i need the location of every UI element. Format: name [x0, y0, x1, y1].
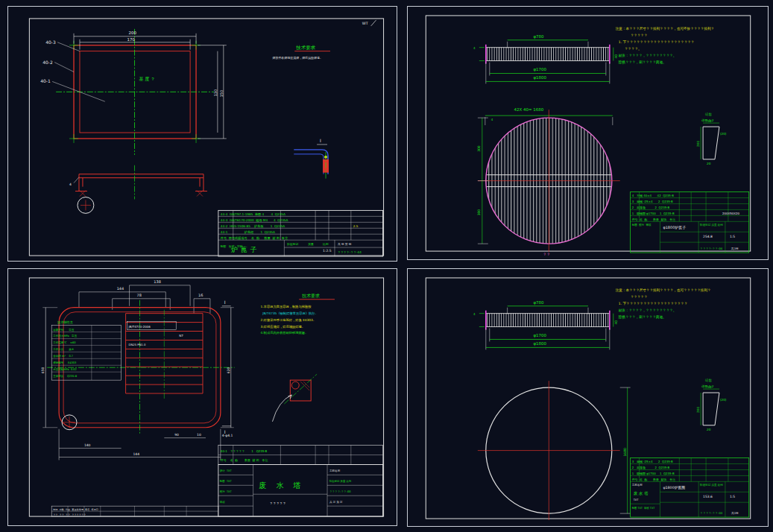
tl-corner-mark: WT — [362, 21, 369, 25]
bl-dim-144b: 144 — [133, 452, 140, 456]
br-part-name: φ1800炉蓖圈 — [663, 485, 685, 490]
tr-dim-1800: φ1800 — [533, 75, 546, 80]
br-project-label: 工程名称 — [632, 483, 643, 487]
br-side-view: φ780 4 40 φ1700 φ1800 — [473, 300, 618, 350]
tl-section-view: 4 — [69, 165, 207, 214]
br-sub: TXT — [633, 498, 640, 501]
br-note-line: 1. 下？？？？？？？？？？？？？？？？？？ — [619, 302, 688, 305]
br-note-line: 材质：？？？？，？？？？？？？？。 — [618, 308, 677, 313]
br-dim-780: φ780 — [533, 300, 544, 305]
br-detail-d20: 20 — [707, 428, 711, 431]
tl-dim-170: 170 — [127, 37, 136, 42]
bl-title-block: 设计 TXT 制图 TXT 校对 TXT 审核 废 水 塔 ？？？？？ 工程名称… — [218, 464, 383, 516]
br-plan-view: 1680 — [478, 381, 631, 520]
br-stage-label: 阶段标记 质量 比例 — [700, 483, 723, 487]
bl-drawing-title: 废 水 塔 — [259, 481, 305, 490]
tl-tech-requirements: 技术要求 焊接件各焊缝应满焊，焊后清除焊渣。 — [272, 45, 330, 60]
tl-bom-highlight: 2.5 — [353, 224, 359, 228]
tr-detail-d20: 20 — [707, 162, 711, 165]
tr-title-block: 4 方钢 40×4 42 Q235-B 3 扁钢 -25×4 2 Q235-B … — [631, 192, 749, 253]
br-sheet: 共1张 — [731, 511, 739, 515]
bl-hole-detail — [62, 415, 77, 430]
tl-bom-row: 44-2 HG5-1506-85 炉蓖板 1 Q235A — [221, 224, 285, 228]
bl-tech-item: 3.焊缝应满焊，焊后清除焊渣。 — [261, 325, 306, 329]
bl-tech-row: 工作温度℃ ≤60 — [53, 341, 76, 344]
bl-corner-detail — [272, 374, 317, 422]
bl-revision-header: 标记 处数 分区 更改文件号 签名 年月日 — [52, 508, 98, 511]
tl-bom-row: 44-4 GB/T97.1-1985 垫圈 4 4 Q235A — [221, 212, 285, 216]
br-mass: 153.6 — [703, 495, 713, 498]
bl-tech-item: JB/T4735《钢制焊接常压容器》执行。 — [261, 311, 318, 316]
bl-stage-label: 阶段标记 质量 比例 — [329, 479, 352, 483]
tr-note-line: 除锈？？？，刷？？？？两遍。 — [619, 60, 666, 65]
tl-scale-value: 1:2.5 — [323, 249, 332, 253]
tl-dim-130: 130 — [213, 89, 218, 96]
tl-bom-row: 44-1 炉蓖框 1 Q235A — [221, 230, 275, 234]
tr-dim-bar-count: 42X 40= 1680 — [514, 107, 544, 112]
tr-notes: 注意：本？？？尺寸？？排列？？？？，也可不按？？？？排列？ ？？？？？ 1. 下… — [616, 26, 714, 65]
tr-dim-gap4: 4 — [491, 118, 493, 121]
tr-detail-d20b: (20) — [720, 132, 727, 136]
bl-tech-row: 工作介质 废水 — [53, 347, 75, 351]
tr-dim-300b: 300 — [477, 209, 481, 216]
br-title-block: 3 扁钢 -25×4 2 Q235-B 2 支撑条 2 Q235-B 1 圆钢圈… — [631, 458, 749, 518]
bl-dim-right: 620 — [227, 367, 230, 373]
tr-scale: 1:5 — [730, 235, 735, 238]
tr-bom-header: 件号 名 称 数量 材质 备注 — [632, 218, 676, 222]
tr-sheet: 共1张 — [731, 247, 739, 250]
tr-mass: 254.8 — [703, 235, 713, 238]
tl-callout-40-2: 40-2 — [42, 60, 53, 65]
bl-sign-1: 设计 TXT — [220, 469, 233, 472]
br-bom-row: 1 圆钢圈 φ1700 1 Q235-B — [632, 472, 675, 475]
bl-parts-row: 40-1 ？？？？？ 1 Q235-B — [221, 449, 268, 453]
tr-note-line: 材质：？？？？，？？？？？？？？。 — [618, 54, 677, 58]
br-dim-4: 4 — [473, 312, 476, 316]
bl-dim-left: 650 — [41, 367, 45, 373]
tr-bottom-mark: ？？ — [543, 252, 550, 256]
tr-detail-d200: 200 — [696, 141, 700, 147]
tl-inner-frame — [29, 19, 383, 256]
tl-bom-header: 件号 图号或标准号 名 称 数量 材 料 备注 — [221, 236, 288, 241]
br-bom-row: 2 支撑条 2 Q235-B — [632, 466, 670, 470]
tr-note-line: ？？？？。 — [625, 47, 642, 51]
bl-parts-header: 件号 名 称 数量 材 料 备注 — [221, 458, 268, 463]
bl-tech-row: 容器类别 常压 — [53, 328, 75, 332]
tr-dim-780: φ780 — [533, 34, 544, 39]
bl-drawing-subtitle: ？？？？？ — [269, 501, 285, 505]
tl-scale-label: 比例 — [323, 242, 329, 246]
tl-callout-40-1: 40-1 — [40, 78, 51, 83]
tr-note-line: 注意：本？？？尺寸？？排列？？？？，也可不按？？？？排列？ — [616, 26, 714, 31]
bl-section-mark-top: I — [224, 300, 226, 305]
tl-tech-line: 焊接件各焊缝应满焊，焊后清除焊渣。 — [272, 56, 322, 60]
tr-bom-row: 2 支撑条 2 Q235-B — [632, 206, 670, 210]
tr-stage-label: 阶段标记 质量 比例 — [700, 223, 723, 227]
bl-tech-title: 技术要求 — [301, 293, 320, 299]
bl-tech-row: 工作压力MPa 常压 — [53, 334, 77, 338]
bl-tech-row: 主体材质 Q235-B — [53, 374, 78, 378]
bl-bottom-dimensions: 90 10 4-φ4.1 140 144 — [59, 429, 233, 460]
tr-note-line: 1. 下？？？？？？？？？？？？？？？？？？？？ — [619, 40, 695, 44]
tr-detail-d50: 50 — [707, 119, 712, 123]
bl-standard-text: JB/T4710-2006 — [128, 325, 151, 329]
tr-dim-1700: φ1700 — [533, 67, 546, 72]
tl-dim-thk: 4 — [69, 183, 72, 186]
tl-part-note: 基 度 ？ — [139, 76, 155, 82]
tr-plan-view: 42X 40= 1680 300 300 4 ？？ — [477, 107, 620, 256]
tl-dwg-no: ？？？？-？？-44 — [338, 250, 362, 254]
br-bom-header: 件号 名 称 数量 材质 备注 — [632, 478, 676, 482]
bl-project-label: 工程名称 — [329, 469, 341, 472]
bl-dim-78: 78 — [137, 293, 142, 297]
bl-revision-strip: 标记 处数 分区 更改文件号 签名 年月日 ？？ ？？ ？？ ？？？？？？ — [51, 506, 218, 516]
bl-tech-table: 技术特性表 容器类别 常压 工作压力MPa 常压 工作温度℃ ≤60 工作介质 … — [51, 320, 121, 381]
tr-note-dim: 200X50X20 — [722, 212, 740, 215]
bl-nozzle-dn: DN25 PN1.0 — [129, 343, 146, 346]
br-bom-row: 3 扁钢 -25×4 2 Q235-B — [632, 460, 673, 463]
br-notes: 注意：本？？？尺寸？？排列？？？？，也可？？？？？排列？ ？？？？？ 1. 下？… — [616, 288, 711, 320]
br-project-title: 废 水 塔 — [634, 491, 649, 496]
tr-sign-rows: 制图 校对 审核 — [632, 223, 651, 227]
bl-tech-row: 焊条型号 E4303 — [53, 361, 76, 364]
bl-parts-rows: 40-1 ？？？？？ 1 Q235-B 件号 名 称 数量 材 料 备注 — [218, 446, 383, 465]
bl-tech-item: 2.焊接采用手工电弧焊，焊条 E4303。 — [261, 318, 316, 322]
bl-dim-10: 10 — [197, 433, 201, 437]
tl-dim-150: 150 — [219, 90, 224, 97]
